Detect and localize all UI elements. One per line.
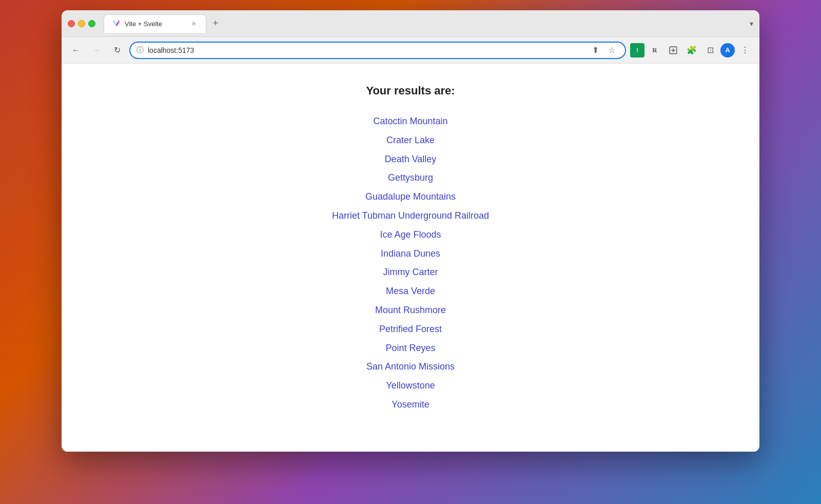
result-item: Jimmy Carter [332,265,489,280]
title-bar: Vite + Svelte ✕ + ▾ [62,10,759,37]
menu-button[interactable]: ⋮ [737,42,753,59]
result-item: Mesa Verde [332,284,489,299]
traffic-lights [68,20,95,27]
result-item: San Antonio Missions [332,359,489,374]
result-item: Ice Age Floods [332,227,489,242]
result-item: Yellowstone [332,378,489,393]
zoom-button[interactable] [665,42,681,59]
share-button[interactable]: ⬆ [588,43,602,57]
address-actions: ⬆ ☆ [588,43,619,57]
maximize-window-button[interactable] [88,20,95,27]
result-item: Yosemite [332,397,489,412]
address-text: localhost:5173 [148,46,584,54]
page-content: Your results are: Catoctin MountainCrate… [62,64,759,452]
back-button[interactable]: ← [68,42,84,59]
result-item: Catoctin Mountain [332,114,489,129]
result-item: Indiana Dunes [332,246,489,261]
reload-button[interactable]: ↻ [109,42,125,59]
browser-window: Vite + Svelte ✕ + ▾ ← → ↻ ⓘ localhost:51… [62,10,759,452]
tab-list-chevron[interactable]: ▾ [750,20,753,28]
results-heading: Your results are: [366,84,455,98]
tab-bar: Vite + Svelte ✕ + ▾ [104,14,753,33]
tab-favicon [112,20,121,28]
extension-r-button[interactable]: R [647,42,663,59]
result-item: Petrified Forest [332,322,489,337]
split-view-button[interactable]: ⊡ [702,42,718,59]
result-item: Harriet Tubman Underground Railroad [332,208,489,223]
bookmark-button[interactable]: ☆ [604,43,619,57]
result-item: Crater Lake [332,133,489,148]
result-item: Point Reyes [332,341,489,356]
new-tab-button[interactable]: + [208,16,223,31]
result-item: Gettysburg [332,170,489,185]
tab-title: Vite + Svelte [125,20,162,28]
address-bar[interactable]: ⓘ localhost:5173 ⬆ ☆ [129,42,626,59]
result-item: Death Valley [332,152,489,167]
minimize-window-button[interactable] [78,20,85,27]
profile-button[interactable]: A [720,43,735,57]
tab-close-button[interactable]: ✕ [189,20,198,28]
browser-actions: ! R 🧩 ⊡ A ⋮ [630,42,753,59]
result-item: Guadalupe Mountains [332,189,489,204]
nav-bar: ← → ↻ ⓘ localhost:5173 ⬆ ☆ ! R 🧩 ⊡ A ⋮ [62,37,759,64]
close-window-button[interactable] [68,20,75,27]
extension-green-button[interactable]: ! [630,43,644,57]
results-list: Catoctin MountainCrater LakeDeath Valley… [332,114,489,412]
info-icon: ⓘ [136,46,144,55]
active-tab[interactable]: Vite + Svelte ✕ [104,14,206,33]
forward-button[interactable]: → [88,42,105,59]
puzzle-icon[interactable]: 🧩 [683,42,700,59]
result-item: Mount Rushmore [332,303,489,318]
